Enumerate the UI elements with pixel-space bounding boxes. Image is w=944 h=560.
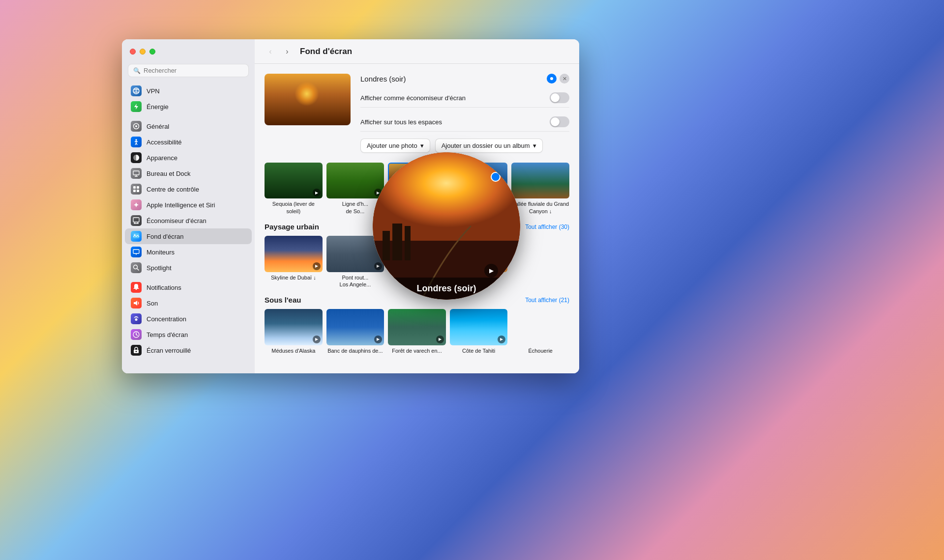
toggle-2[interactable] <box>550 116 569 127</box>
svg-rect-13 <box>133 218 139 222</box>
sidebar-item-fond[interactable]: Fond d'écran <box>125 228 252 244</box>
label-meduses: Méduses d'Alaska <box>265 347 323 354</box>
thumb-varech: ▶ <box>388 309 446 345</box>
main-header: ‹ › Fond d'écran <box>255 39 579 64</box>
grid-item-echouerie[interactable]: Échouerie <box>511 309 569 354</box>
label-dubai: Skyline de Dubaï ↓ <box>265 274 323 281</box>
sidebar-label-fond: Fond d'écran <box>147 233 183 240</box>
maximize-button[interactable] <box>149 49 155 55</box>
grid-item-dauphins[interactable]: ▶ Banc de dauphins de... <box>326 309 384 354</box>
section-title-urbain: Paysage urbain <box>265 223 319 231</box>
grid-item-tahiti[interactable]: ▶ Côte de Tahiti <box>450 309 508 354</box>
temps-icon <box>131 329 142 340</box>
sidebar-item-econo[interactable]: Économiseur d'écran <box>125 213 252 228</box>
thumb-echouerie <box>511 309 569 345</box>
grid-item-dubai[interactable]: ▶ Skyline de Dubaï ↓ <box>265 236 323 288</box>
eau-grid: ▶ Méduses d'Alaska ▶ Banc de dauphins de… <box>265 309 569 354</box>
label-dauphins: Banc de dauphins de... <box>326 347 384 354</box>
minimize-button[interactable] <box>140 49 146 55</box>
concentration-icon <box>131 313 142 324</box>
sidebar-label-moniteurs: Moniteurs <box>147 249 175 256</box>
zoom-blue-dot <box>491 172 501 182</box>
add-folder-btn[interactable]: Ajouter un dossier ou un album ▾ <box>435 139 543 153</box>
sidebar-label-accessibility: Accessibilité <box>147 139 182 146</box>
sidebar-item-apple-intel[interactable]: Apple Intelligence et Siri <box>125 197 252 213</box>
sidebar-item-general[interactable]: Général <box>125 118 252 134</box>
zoom-overlay: ▶ Londres (soir) <box>373 152 520 300</box>
toggle-1[interactable] <box>550 92 569 103</box>
sidebar-label-general: Général <box>147 123 169 130</box>
see-all-eau[interactable]: Tout afficher (21) <box>525 297 569 304</box>
fond-icon <box>131 231 142 242</box>
sidebar-item-son[interactable]: Son <box>125 295 252 311</box>
sidebar-item-energie[interactable]: Énergie <box>125 99 252 114</box>
see-all-urbain[interactable]: Tout afficher (30) <box>525 224 569 230</box>
sidebar-item-spotlight[interactable]: Spotlight <box>125 260 252 276</box>
sidebar-label-temps: Temps d'écran <box>147 331 188 338</box>
preview-thumbnail <box>265 74 351 125</box>
back-button[interactable]: ‹ <box>265 46 276 57</box>
toggle-label-2: Afficher sur tous les espaces <box>360 118 442 126</box>
svg-rect-12 <box>137 190 139 192</box>
label-varech: Forêt de varech en... <box>388 347 446 354</box>
econo-icon <box>131 215 142 226</box>
sidebar-item-bureau[interactable]: Bureau et Dock <box>125 166 252 181</box>
label-echouerie: Échouerie <box>511 347 569 354</box>
svg-rect-35 <box>392 224 402 260</box>
sidebar-item-ecran-verr[interactable]: Écran verrouillé <box>125 342 252 358</box>
close-button[interactable] <box>130 49 136 55</box>
add-photo-label: Ajouter une photo <box>367 142 417 149</box>
sidebar-item-apparence[interactable]: Apparence <box>125 150 252 166</box>
forward-button[interactable]: › <box>281 46 293 57</box>
grid-item-varech[interactable]: ▶ Forêt de varech en... <box>388 309 446 354</box>
grid-item-meduses[interactable]: ▶ Méduses d'Alaska <box>265 309 323 354</box>
sidebar-item-notif[interactable]: Notifications <box>125 280 252 295</box>
apparence-icon <box>131 152 142 163</box>
toggle-label-1: Afficher comme économiseur d'écran <box>360 94 466 102</box>
sidebar-item-concentration[interactable]: Concentration <box>125 311 252 327</box>
main-window: 🔍 VPN <box>122 39 579 373</box>
sidebar-label-ecran-verr: Écran verrouillé <box>147 347 191 354</box>
wallpaper-close-btn[interactable]: ✕ <box>560 74 569 84</box>
wallpaper-dot-blue <box>547 74 557 84</box>
label-vallee: Vallée fluviale du Grand Canyon ↓ <box>511 200 569 215</box>
svg-rect-34 <box>383 231 390 260</box>
sidebar-label-econo: Économiseur d'écran <box>147 217 206 224</box>
ecran-verr-icon <box>131 345 142 356</box>
buttons-row: Ajouter une photo ▾ Ajouter un dossier o… <box>360 139 569 153</box>
sidebar-item-vpn[interactable]: VPN <box>125 83 252 99</box>
zoom-label-bg: Londres (soir) <box>373 278 520 300</box>
spotlight-icon <box>131 262 142 273</box>
svg-point-29 <box>136 351 137 352</box>
svg-rect-9 <box>133 186 136 189</box>
thumb-sequoia: ▶ <box>265 163 323 198</box>
son-icon <box>131 298 142 308</box>
svg-line-27 <box>136 335 138 336</box>
grid-item-vallee[interactable]: Vallée fluviale du Grand Canyon ↓ <box>511 163 569 215</box>
toggle-row-2: Afficher sur tous les espaces <box>360 112 569 132</box>
svg-point-24 <box>135 318 138 321</box>
svg-rect-6 <box>133 171 139 175</box>
zoom-play-btn[interactable]: ▶ <box>484 264 498 278</box>
search-input[interactable] <box>144 67 243 74</box>
sidebar-label-centre: Centre de contrôle <box>147 186 199 193</box>
search-icon: 🔍 <box>133 67 141 74</box>
search-bar[interactable]: 🔍 <box>128 64 249 77</box>
page-title: Fond d'écran <box>300 47 352 56</box>
apple-intel-icon <box>131 199 142 210</box>
chevron-down-icon-2: ▾ <box>533 142 536 149</box>
sidebar-item-centre[interactable]: Centre de contrôle <box>125 181 252 197</box>
zoom-inner: ▶ Londres (soir) <box>373 152 520 300</box>
svg-rect-36 <box>405 226 411 260</box>
grid-item-sequoia[interactable]: ▶ Sequoia (lever de soleil) <box>265 163 323 215</box>
sidebar-label-spotlight: Spotlight <box>147 264 172 272</box>
sidebar-item-temps[interactable]: Temps d'écran <box>125 327 252 342</box>
sidebar: 🔍 VPN <box>122 39 255 373</box>
play-icon-tahiti: ▶ <box>498 336 505 343</box>
label-tahiti: Côte de Tahiti <box>450 347 508 354</box>
play-icon-meduses: ▶ <box>313 336 321 343</box>
add-photo-btn[interactable]: Ajouter une photo ▾ <box>360 139 430 153</box>
sidebar-item-moniteurs[interactable]: Moniteurs <box>125 244 252 260</box>
label-sequoia: Sequoia (lever de soleil) <box>265 200 323 215</box>
sidebar-item-accessibility[interactable]: Accessibilité <box>125 134 252 150</box>
